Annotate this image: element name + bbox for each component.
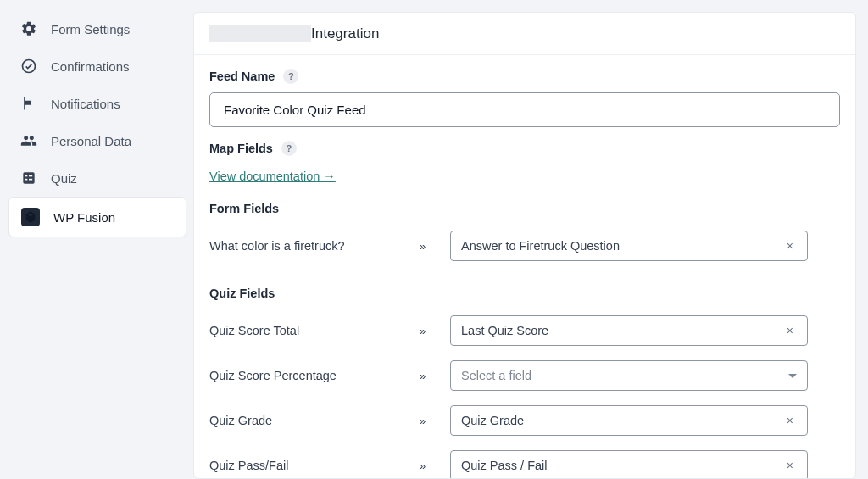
- field-mapping-select[interactable]: Select a field: [450, 360, 808, 391]
- sidebar-item-label: Quiz: [51, 171, 77, 186]
- chevrons-icon: »: [420, 415, 450, 427]
- svg-rect-4: [25, 179, 27, 181]
- help-icon[interactable]: ?: [281, 141, 297, 156]
- map-fields-label: Map Fields: [209, 142, 273, 155]
- feed-name-label: Feed Name: [209, 70, 275, 83]
- flag-icon: [20, 95, 37, 112]
- settings-sidebar: Form Settings Confirmations Notification…: [0, 0, 193, 479]
- clear-icon[interactable]: ×: [783, 324, 797, 337]
- people-icon: [20, 132, 37, 149]
- select-value: Answer to Firetruck Question: [461, 239, 620, 253]
- sidebar-item-notifications[interactable]: Notifications: [8, 85, 186, 122]
- svg-point-0: [23, 60, 36, 73]
- sidebar-item-personal-data[interactable]: Personal Data: [8, 122, 186, 159]
- select-placeholder: Select a field: [461, 369, 531, 382]
- quiz-fields-title: Quiz Fields: [209, 287, 840, 300]
- field-mapping-label: Quiz Pass/Fail: [209, 459, 420, 472]
- field-mapping-label: Quiz Score Total: [209, 324, 420, 337]
- field-mapping-label: Quiz Grade: [209, 414, 420, 427]
- clear-icon[interactable]: ×: [783, 414, 797, 427]
- field-mapping-select[interactable]: Quiz Pass / Fail ×: [450, 450, 808, 478]
- field-mapping-label: What color is a firetruck?: [209, 239, 420, 253]
- sidebar-item-confirmations[interactable]: Confirmations: [8, 47, 186, 85]
- form-fields-title: Form Fields: [209, 202, 840, 215]
- chevrons-icon: »: [420, 325, 450, 337]
- clear-icon[interactable]: ×: [783, 239, 797, 253]
- sidebar-item-form-settings[interactable]: Form Settings: [8, 10, 186, 47]
- select-value: Quiz Pass / Fail: [461, 459, 548, 472]
- wp-fusion-icon: [21, 208, 40, 226]
- gear-icon: [20, 20, 37, 37]
- field-mapping-select[interactable]: Quiz Grade ×: [450, 405, 808, 436]
- panel-header: Integration: [194, 13, 855, 55]
- quiz-field-row: Quiz Score Percentage » Select a field: [209, 360, 840, 391]
- feed-name-input[interactable]: [209, 92, 840, 127]
- svg-rect-2: [25, 175, 27, 177]
- redacted-logo: [209, 25, 311, 42]
- quiz-field-row: Quiz Grade » Quiz Grade ×: [209, 405, 840, 436]
- quiz-icon: [20, 170, 37, 187]
- field-mapping-select[interactable]: Last Quiz Score ×: [450, 315, 808, 346]
- field-mapping-select[interactable]: Answer to Firetruck Question ×: [450, 231, 808, 261]
- sidebar-item-label: Form Settings: [51, 22, 130, 36]
- chevrons-icon: »: [420, 370, 450, 382]
- select-value: Quiz Grade: [461, 414, 524, 427]
- field-mapping-label: Quiz Score Percentage: [209, 369, 420, 382]
- form-field-row: What color is a firetruck? » Answer to F…: [209, 231, 840, 261]
- sidebar-item-label: Notifications: [51, 97, 120, 111]
- chevrons-icon: »: [420, 460, 450, 472]
- sidebar-item-wp-fusion[interactable]: WP Fusion: [8, 197, 186, 237]
- chevrons-icon: »: [420, 240, 450, 253]
- sidebar-item-label: WP Fusion: [53, 210, 115, 225]
- sidebar-item-label: Personal Data: [51, 134, 131, 148]
- check-circle-icon: [20, 58, 37, 75]
- svg-rect-1: [23, 172, 34, 183]
- sidebar-item-quiz[interactable]: Quiz: [8, 159, 186, 197]
- page-title: Integration: [311, 25, 379, 42]
- chevron-down-icon: [788, 374, 797, 378]
- svg-rect-5: [29, 179, 32, 181]
- select-value: Last Quiz Score: [461, 324, 548, 337]
- clear-icon[interactable]: ×: [783, 459, 797, 472]
- view-documentation-link[interactable]: View documentation →: [209, 170, 336, 183]
- svg-rect-3: [29, 175, 32, 177]
- help-icon[interactable]: ?: [283, 69, 298, 84]
- main-panel: Integration Feed Name ? Map Fields ? Vie…: [193, 12, 856, 479]
- quiz-field-row: Quiz Pass/Fail » Quiz Pass / Fail ×: [209, 450, 840, 478]
- quiz-field-row: Quiz Score Total » Last Quiz Score ×: [209, 315, 840, 346]
- sidebar-item-label: Confirmations: [51, 59, 130, 74]
